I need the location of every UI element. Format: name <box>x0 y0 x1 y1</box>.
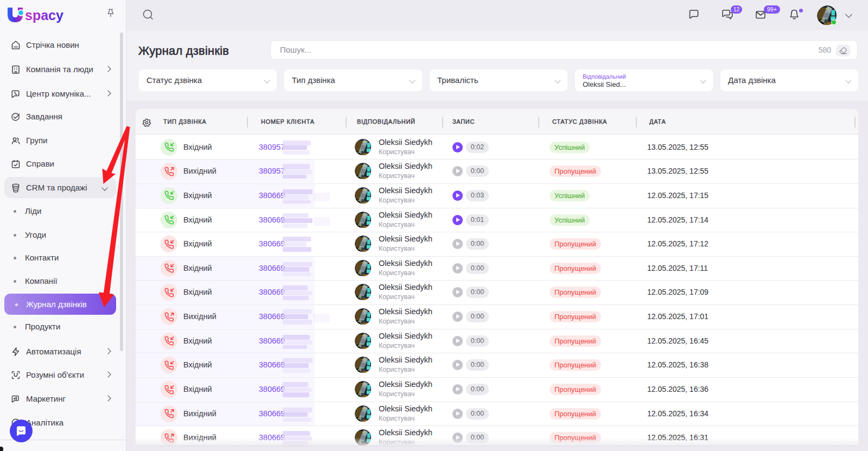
svg-text:spacy: spacy <box>25 8 63 23</box>
